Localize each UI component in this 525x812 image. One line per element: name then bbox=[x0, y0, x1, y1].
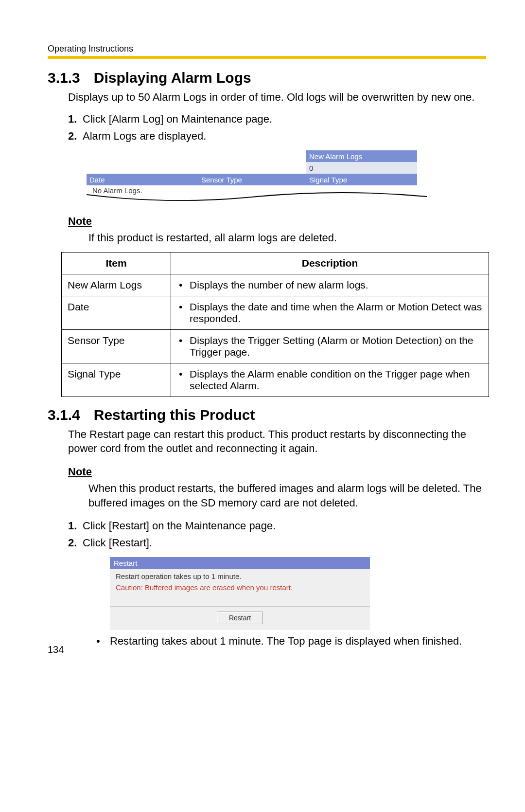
note-heading: Note bbox=[68, 466, 486, 478]
document-page: Operating Instructions 3.1.3Displaying A… bbox=[0, 0, 525, 668]
new-alarm-logs-count: 0 bbox=[306, 162, 417, 174]
table-header-row: Item Description bbox=[62, 252, 489, 274]
page-number: 134 bbox=[48, 644, 64, 655]
steps-list: 1.Click [Alarm Log] on Maintenance page.… bbox=[48, 110, 486, 144]
new-alarm-logs-label: New Alarm Logs bbox=[306, 150, 417, 162]
section-number: 3.1.3 bbox=[48, 70, 80, 86]
th-description: Description bbox=[171, 252, 489, 274]
td-desc-text: Displays the date and time when the Alar… bbox=[177, 301, 483, 325]
step-text: Click [Restart] on the Maintenance page. bbox=[83, 520, 276, 532]
table-row: New Alarm Logs Displays the number of ne… bbox=[62, 274, 489, 296]
restart-caution: Caution: Buffered images are erased when… bbox=[116, 583, 365, 592]
td-desc-text: Displays the number of new alarm logs. bbox=[177, 279, 483, 291]
td-item: New Alarm Logs bbox=[62, 274, 171, 296]
step-item: 2.Click [Restart]. bbox=[68, 534, 486, 551]
col-sensor-type: Sensor Type bbox=[198, 174, 306, 185]
note-text: If this product is restarted, all alarm … bbox=[48, 231, 486, 245]
restart-message: Restart operation takes up to 1 minute. bbox=[116, 572, 365, 580]
description-table: Item Description New Alarm Logs Displays… bbox=[61, 252, 489, 397]
bullet-note: Restarting takes about 1 minute. The Top… bbox=[48, 634, 486, 649]
th-item: Item bbox=[62, 252, 171, 274]
note-text: When this product restarts, the buffered… bbox=[48, 481, 486, 510]
td-desc: Displays the Alarm enable condition on t… bbox=[171, 363, 489, 397]
running-header: Operating Instructions bbox=[48, 44, 486, 54]
td-desc: Displays the Trigger Setting (Alarm or M… bbox=[171, 329, 489, 363]
section-intro: The Restart page can restart this produc… bbox=[48, 427, 486, 456]
steps-list: 1.Click [Restart] on the Maintenance pag… bbox=[48, 517, 486, 551]
divider bbox=[110, 606, 370, 607]
section-title: Restarting this Product bbox=[94, 407, 255, 423]
col-date: Date bbox=[87, 174, 198, 185]
col-signal-type: Signal Type bbox=[306, 174, 417, 185]
step-text: Alarm Logs are displayed. bbox=[83, 130, 206, 142]
section-intro: Displays up to 50 Alarm Logs in order of… bbox=[48, 90, 486, 105]
section-heading-restart: 3.1.4Restarting this Product bbox=[48, 407, 486, 423]
header-rule bbox=[48, 56, 486, 59]
section-heading-alarm-logs: 3.1.3Displaying Alarm Logs bbox=[48, 70, 486, 86]
step-text: Click [Restart]. bbox=[83, 537, 152, 549]
td-desc-text: Displays the Alarm enable condition on t… bbox=[177, 368, 483, 392]
td-desc-text: Displays the Trigger Setting (Alarm or M… bbox=[177, 335, 483, 358]
td-desc: Displays the number of new alarm logs. bbox=[171, 274, 489, 296]
table-row: Signal Type Displays the Alarm enable co… bbox=[62, 363, 489, 397]
restart-panel-header: Restart bbox=[110, 557, 370, 569]
td-desc: Displays the date and time when the Alar… bbox=[171, 296, 489, 329]
restart-button[interactable]: Restart bbox=[217, 612, 263, 624]
section-title: Displaying Alarm Logs bbox=[94, 70, 251, 86]
step-item: 2.Alarm Logs are displayed. bbox=[68, 127, 486, 144]
table-row: Sensor Type Displays the Trigger Setting… bbox=[62, 329, 489, 363]
section-number: 3.1.4 bbox=[48, 407, 80, 423]
alarm-logs-screenshot: New Alarm Logs 0 Date Sensor Type Signal… bbox=[87, 150, 427, 205]
td-item: Signal Type bbox=[62, 363, 171, 397]
td-item: Date bbox=[62, 296, 171, 329]
td-item: Sensor Type bbox=[62, 329, 171, 363]
table-row: Date Displays the date and time when the… bbox=[62, 296, 489, 329]
step-text: Click [Alarm Log] on Maintenance page. bbox=[83, 113, 272, 125]
step-item: 1.Click [Restart] on the Maintenance pag… bbox=[68, 517, 486, 534]
restart-screenshot: Restart Restart operation takes up to 1 … bbox=[110, 557, 370, 630]
note-heading: Note bbox=[68, 215, 486, 228]
step-item: 1.Click [Alarm Log] on Maintenance page. bbox=[68, 110, 486, 127]
